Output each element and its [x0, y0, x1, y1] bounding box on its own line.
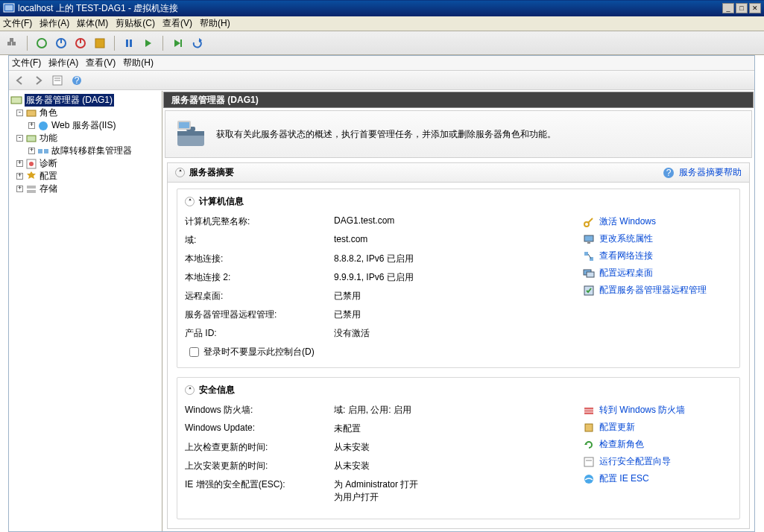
svg-marker-13: [145, 39, 151, 47]
close-button[interactable]: ✕: [749, 3, 761, 13]
svg-rect-11: [126, 39, 128, 47]
collapse-chevron-icon[interactable]: ˄: [185, 385, 195, 395]
row-label: IE 增强的安全配置(ESC):: [185, 478, 334, 504]
row-value: 已禁用: [334, 308, 568, 321]
svg-rect-23: [27, 110, 36, 116]
hide-console-checkbox[interactable]: [189, 347, 199, 357]
security-info-section: ˄安全信息 Windows 防火墙:域: 启用, 公用: 启用 Windows …: [177, 377, 740, 519]
update-icon: [583, 422, 595, 434]
svg-point-5: [37, 39, 46, 48]
expand-icon[interactable]: +: [16, 160, 23, 167]
link-ie-esc[interactable]: 配置 IE ESC: [583, 472, 732, 485]
snapshot-button[interactable]: [169, 35, 186, 51]
svg-rect-22: [11, 97, 22, 104]
minimize-button[interactable]: _: [722, 3, 734, 13]
save-button[interactable]: [92, 35, 108, 51]
expand-icon[interactable]: +: [28, 122, 35, 129]
expand-icon[interactable]: +: [16, 173, 23, 180]
pause-button[interactable]: [121, 35, 137, 51]
computer-title: 计算机信息: [199, 195, 244, 208]
inner-menu-bar: 文件(F) 操作(A) 查看(V) 帮助(H): [9, 56, 754, 71]
svg-rect-4: [10, 38, 13, 42]
svg-rect-30: [27, 186, 36, 189]
row-label: 上次检查更新的时间:: [185, 441, 334, 454]
svg-rect-43: [584, 252, 588, 256]
config-icon: [25, 171, 37, 183]
link-firewall[interactable]: 转到 Windows 防火墙: [583, 404, 732, 417]
inner-menu-action[interactable]: 操作(A): [48, 57, 78, 69]
menu-action[interactable]: 操作(A): [40, 17, 69, 30]
reset-button[interactable]: [140, 35, 157, 51]
svg-rect-1: [5, 5, 13, 10]
link-check-roles[interactable]: 检查新角色: [583, 438, 732, 451]
row-label: 服务器管理器远程管理:: [185, 308, 334, 321]
computer-info-section: ˄计算机信息 计算机完整名称:DAG1.test.com 域:test.com …: [177, 189, 740, 368]
collapse-chevron-icon[interactable]: ˄: [175, 168, 185, 177]
tree-iis[interactable]: Web 服务器(IIS): [51, 119, 116, 132]
help-icon: ?: [663, 167, 675, 179]
remote-icon: [583, 267, 595, 279]
roles-icon: [25, 107, 37, 119]
collapse-icon[interactable]: -: [16, 135, 23, 142]
tree-features[interactable]: 功能: [40, 132, 57, 145]
tree-config[interactable]: 配置: [40, 170, 57, 183]
menu-help[interactable]: 帮助(H): [200, 17, 230, 30]
inner-menu-view[interactable]: 查看(V): [86, 57, 116, 69]
ctrl-alt-del-button[interactable]: [4, 35, 21, 51]
row-label: 域:: [185, 234, 334, 247]
row-value: DAG1.test.com: [334, 215, 568, 228]
intro-bar: 获取有关此服务器状态的概述，执行首要管理任务，并添加或删除服务器角色和功能。: [165, 110, 752, 158]
key-icon: [583, 216, 595, 228]
menu-view[interactable]: 查看(V): [162, 17, 192, 30]
summary-help-link[interactable]: ? 服务器摘要帮助: [663, 166, 742, 179]
row-value: test.com: [334, 234, 568, 247]
monitor-icon: [583, 233, 595, 245]
forward-button[interactable]: [30, 73, 46, 88]
collapse-icon[interactable]: -: [16, 110, 23, 116]
tree-roles[interactable]: 角色: [40, 107, 57, 119]
svg-rect-52: [585, 424, 593, 431]
properties-icon[interactable]: [49, 73, 66, 88]
expand-icon[interactable]: +: [28, 148, 35, 154]
svg-rect-33: [177, 131, 204, 136]
svg-rect-54: [584, 457, 593, 466]
link-system-props[interactable]: 更改系统属性: [583, 232, 732, 245]
row-label: 产品 ID:: [185, 327, 334, 340]
svg-rect-27: [44, 149, 48, 153]
svg-rect-12: [130, 39, 132, 47]
link-remote-mgmt[interactable]: 配置服务器管理器远程管理: [583, 284, 732, 297]
start-button[interactable]: [34, 35, 50, 51]
link-scw[interactable]: 运行安全配置向导: [583, 455, 732, 468]
link-updates[interactable]: 配置更新: [583, 421, 732, 434]
svg-point-29: [29, 162, 34, 166]
row-label: 远程桌面:: [185, 290, 334, 303]
maximize-button[interactable]: □: [736, 3, 748, 13]
title-text: localhost 上的 TEST-DAG1 - 虚拟机连接: [18, 2, 178, 15]
svg-marker-14: [174, 39, 180, 47]
shutdown-button[interactable]: [72, 35, 89, 51]
back-button[interactable]: [12, 73, 28, 88]
row-label: 上次安装更新的时间:: [185, 460, 334, 472]
tree-storage[interactable]: 存储: [40, 183, 57, 195]
vm-titlebar: localhost 上的 TEST-DAG1 - 虚拟机连接 _ □ ✕: [0, 0, 764, 16]
expand-icon[interactable]: +: [16, 186, 23, 192]
link-remote-desktop[interactable]: 配置远程桌面: [583, 267, 732, 279]
row-value: 从未安装: [334, 441, 568, 454]
row-value: 9.9.9.1, IPv6 已启用: [334, 271, 568, 284]
tree-diag[interactable]: 诊断: [40, 157, 57, 170]
menu-clipboard[interactable]: 剪贴板(C): [116, 17, 155, 30]
revert-button[interactable]: [189, 35, 205, 51]
inner-menu-help[interactable]: 帮助(H): [123, 57, 154, 69]
menu-media[interactable]: 媒体(M): [77, 17, 108, 30]
svg-line-40: [588, 218, 593, 223]
tree-root[interactable]: 服务器管理器 (DAG1): [25, 94, 114, 107]
help-icon[interactable]: ?: [69, 73, 85, 88]
svg-rect-31: [27, 190, 36, 193]
link-network[interactable]: 查看网络连接: [583, 250, 732, 262]
inner-menu-file[interactable]: 文件(F): [12, 57, 41, 69]
collapse-chevron-icon[interactable]: ˄: [185, 197, 195, 206]
link-activate-windows[interactable]: 激活 Windows: [583, 215, 732, 228]
menu-file[interactable]: 文件(F): [3, 17, 32, 30]
turnoff-button[interactable]: [53, 35, 69, 51]
tree-failover[interactable]: 故障转移群集管理器: [51, 145, 132, 157]
